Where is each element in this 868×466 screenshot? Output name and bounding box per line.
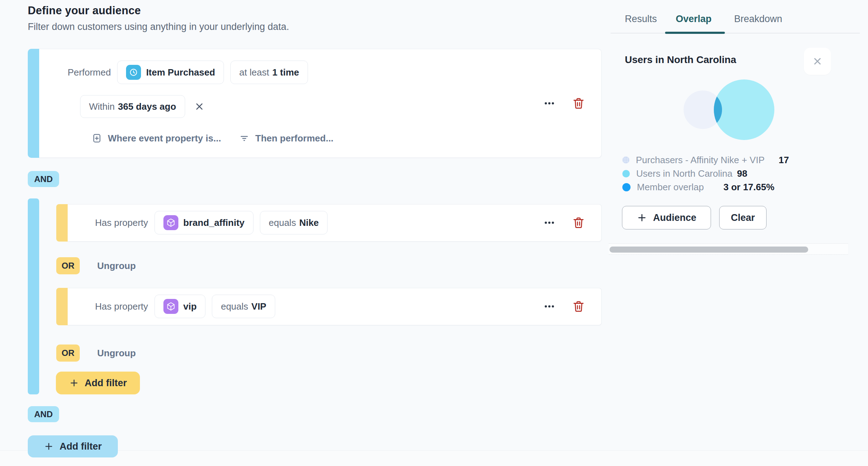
delete-filter-button[interactable] xyxy=(569,93,589,113)
scroll-edge-strip xyxy=(0,450,868,466)
close-icon xyxy=(812,56,823,67)
or-badge[interactable]: OR xyxy=(56,345,80,362)
ellipsis-icon xyxy=(543,97,555,109)
and-badge[interactable]: AND xyxy=(28,406,59,422)
remove-timeframe-button[interactable] xyxy=(192,99,207,114)
page-title: Define your audience xyxy=(28,4,141,17)
create-audience-button[interactable]: Audience xyxy=(622,206,711,229)
ungroup-label: Ungroup xyxy=(97,260,136,271)
close-panel-button[interactable] xyxy=(804,48,831,75)
frequency-pill[interactable]: at least 1 time xyxy=(230,61,308,84)
and-badge[interactable]: AND xyxy=(28,171,59,187)
plus-icon xyxy=(69,378,79,388)
horizontal-scrollbar-track[interactable] xyxy=(609,243,848,255)
legend-label: Users in North Carolina xyxy=(636,168,732,179)
tab-divider xyxy=(611,33,860,33)
frequency-prefix: at least xyxy=(239,67,269,78)
legend-value: 17 xyxy=(779,155,789,166)
active-tab-indicator xyxy=(665,32,725,34)
more-button[interactable] xyxy=(538,93,561,113)
performed-label: Performed xyxy=(68,67,111,78)
has-property-label: Has property xyxy=(95,217,148,228)
event-name: Item Purchased xyxy=(146,67,215,78)
timeframe-pill[interactable]: Within 365 days ago xyxy=(80,95,185,118)
event-clock-icon xyxy=(126,65,141,80)
has-property-label: Has property xyxy=(95,301,148,312)
audience-builder-page: Define your audience Filter down custome… xyxy=(0,0,868,466)
event-pill[interactable]: Item Purchased xyxy=(117,61,224,84)
property-filter-row: Has property brand_affinity equals Nike xyxy=(95,211,328,234)
property-cube-icon xyxy=(163,299,178,314)
timeframe-row: Within 365 days ago xyxy=(80,95,207,118)
property-card-accent-bar xyxy=(56,288,68,325)
property-filter-row: Has property vip equals VIP xyxy=(95,295,275,318)
legend-dot xyxy=(622,170,630,177)
operator-label: equals xyxy=(269,217,296,228)
event-card-accent-bar xyxy=(28,49,39,158)
clear-button[interactable]: Clear xyxy=(719,206,767,229)
trash-icon xyxy=(572,300,585,313)
trash-icon xyxy=(572,216,585,229)
add-filter-button-group[interactable]: Add filter xyxy=(56,372,140,394)
legend-row-overlap: Member overlap 3 or 17.65% xyxy=(622,181,850,193)
overlap-panel-title: Users in North Carolina xyxy=(625,54,736,66)
operator-value: VIP xyxy=(251,301,266,312)
ungroup-button[interactable]: Ungroup xyxy=(97,346,136,361)
dismiss-icon xyxy=(194,101,205,112)
operator-label: equals xyxy=(221,301,248,312)
trash-icon xyxy=(572,97,585,110)
property-pill[interactable]: brand_affinity xyxy=(155,211,253,234)
legend-value: 3 or 17.65% xyxy=(723,182,774,193)
operator-value-pill[interactable]: equals Nike xyxy=(260,211,328,234)
page-subtitle: Filter down customers using anything in … xyxy=(28,21,289,32)
add-filter-label: Add filter xyxy=(85,378,127,389)
ungroup-label: Ungroup xyxy=(97,348,136,359)
or-group-accent-bar xyxy=(28,198,39,394)
legend-row-purchasers: Purchasers - Affinity Nike + VIP 17 xyxy=(622,154,850,166)
where-event-property-button[interactable]: Where event property is... xyxy=(91,130,221,146)
property-cube-icon xyxy=(163,215,178,230)
timeframe-value: 365 days ago xyxy=(118,101,176,112)
timeframe-prefix: Within xyxy=(89,101,115,112)
event-filter-row: Performed Item Purchased at least 1 time xyxy=(68,61,308,84)
property-filter-card-2: Has property vip equals VIP xyxy=(56,288,602,325)
legend-dot xyxy=(622,156,629,164)
property-name: brand_affinity xyxy=(183,217,245,228)
clear-button-label: Clear xyxy=(731,212,755,223)
or-badge[interactable]: OR xyxy=(56,257,80,274)
tab-breakdown[interactable]: Breakdown xyxy=(734,14,782,25)
property-name: vip xyxy=(183,301,197,312)
ellipsis-icon xyxy=(543,217,555,229)
add-filter-button-root[interactable]: Add filter xyxy=(28,435,118,457)
legend-row-users: Users in North Carolina 98 xyxy=(622,168,850,179)
operator-value-pill[interactable]: equals VIP xyxy=(212,295,275,318)
then-performed-label: Then performed... xyxy=(255,133,334,144)
or-group: Has property brand_affinity equals Nike xyxy=(28,198,602,394)
where-event-property-label: Where event property is... xyxy=(108,133,221,144)
property-card-accent-bar xyxy=(56,204,68,242)
plus-icon xyxy=(44,441,54,451)
event-filter-card: Performed Item Purchased at least 1 time xyxy=(28,49,602,158)
plus-square-icon xyxy=(91,133,102,144)
plus-icon xyxy=(637,212,647,223)
operator-value: Nike xyxy=(299,217,319,228)
legend-label: Member overlap xyxy=(637,182,704,193)
frequency-value: 1 time xyxy=(272,67,299,78)
tab-overlap[interactable]: Overlap xyxy=(676,14,712,25)
filter-lines-icon xyxy=(239,133,250,144)
then-performed-button[interactable]: Then performed... xyxy=(239,130,334,146)
tab-results[interactable]: Results xyxy=(625,14,657,25)
more-button[interactable] xyxy=(538,296,561,316)
legend-label: Purchasers - Affinity Nike + VIP xyxy=(636,155,765,166)
property-pill[interactable]: vip xyxy=(155,295,206,318)
legend-value: 98 xyxy=(737,168,747,179)
legend-dot xyxy=(622,183,631,191)
delete-filter-button[interactable] xyxy=(569,296,589,316)
property-filter-card-1: Has property brand_affinity equals Nike xyxy=(56,204,602,242)
delete-filter-button[interactable] xyxy=(569,213,589,233)
more-button[interactable] xyxy=(538,213,561,233)
ungroup-button[interactable]: Ungroup xyxy=(97,258,136,273)
overlap-venn-diagram xyxy=(669,75,819,153)
horizontal-scrollbar-thumb[interactable] xyxy=(610,247,808,253)
venn-right-circle xyxy=(714,79,774,140)
